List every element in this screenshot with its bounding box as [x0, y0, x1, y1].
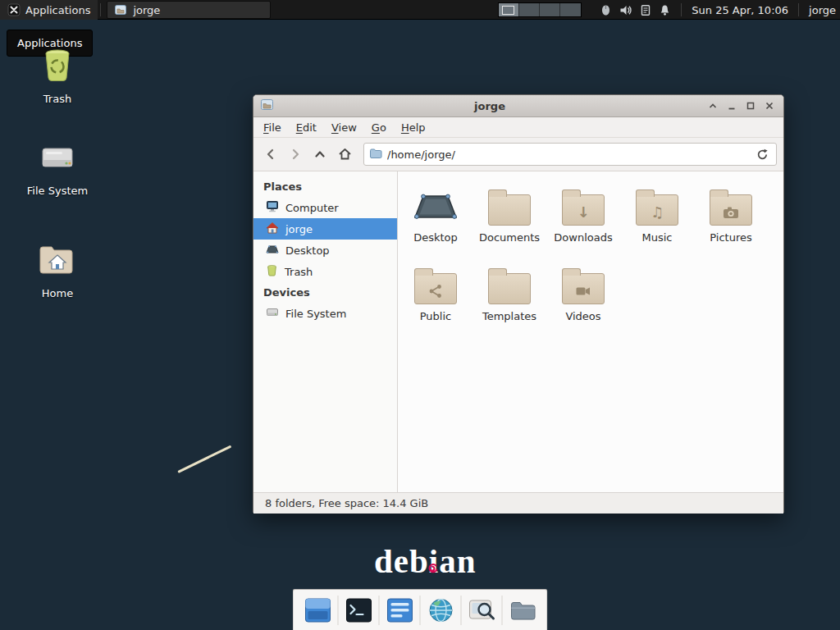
file-manager-window: jorge File Edit View Go Help	[253, 94, 784, 513]
dock-directory-menu-button[interactable]	[504, 592, 541, 628]
folder-item-music[interactable]: ♫ Music	[620, 183, 694, 262]
folder-item-downloads[interactable]: ↓ Downloads	[546, 183, 620, 262]
close-button[interactable]	[762, 98, 777, 113]
user-desktop-icon	[413, 185, 458, 229]
desktop-icon-home[interactable]: Home	[18, 242, 97, 299]
dock-separator	[461, 596, 462, 625]
applications-menu-button[interactable]: Applications	[0, 0, 98, 20]
session-username[interactable]: jorge	[809, 4, 836, 16]
dock-show-desktop-button[interactable]	[299, 592, 336, 628]
folder-icon	[488, 273, 531, 304]
sidebar-item-desktop[interactable]: Desktop	[253, 240, 397, 261]
workspace-1[interactable]	[499, 3, 519, 16]
titlebar[interactable]: jorge	[253, 95, 783, 117]
back-button[interactable]	[260, 144, 281, 165]
up-button[interactable]	[309, 144, 331, 165]
dock-separator	[379, 596, 380, 625]
folder-download-icon: ↓	[562, 194, 605, 226]
video-camera-emblem	[576, 285, 591, 297]
folder-item-documents[interactable]: Documents	[472, 183, 546, 262]
status-text: 8 folders, Free space: 14.4 GiB	[265, 497, 428, 509]
minimize-button[interactable]	[724, 98, 739, 113]
dock-terminal-button[interactable]	[340, 592, 377, 628]
desktop-icon-label: Trash	[43, 93, 71, 105]
sidebar-item-computer[interactable]: Computer	[253, 197, 397, 218]
computer-icon	[266, 200, 279, 215]
folder-icon	[488, 194, 531, 226]
menu-go[interactable]: Go	[365, 119, 393, 136]
dock-application-finder-button[interactable]	[463, 592, 500, 628]
camera-emblem	[723, 206, 739, 219]
workspace-3[interactable]	[540, 3, 560, 16]
menu-help[interactable]: Help	[395, 119, 432, 136]
forward-button[interactable]	[285, 144, 306, 165]
sidebar-item-file-system[interactable]: File System	[253, 303, 397, 324]
sidebar-item-trash[interactable]: Trash	[253, 261, 397, 282]
folder-item-public[interactable]: Public	[399, 262, 472, 340]
top-panel: Applications jorge	[0, 0, 840, 20]
sidebar-places-header: Places	[253, 176, 397, 197]
folder-label: Music	[642, 231, 673, 244]
sidebar-item-label: jorge	[285, 223, 313, 235]
menu-view[interactable]: View	[325, 119, 363, 136]
maximize-button[interactable]	[743, 98, 758, 113]
debian-text: debian	[374, 542, 477, 580]
desktop: Applications jorge	[0, 0, 840, 630]
bottom-dock	[293, 589, 548, 630]
file-manager-window-icon	[114, 3, 127, 16]
drive-mini-icon	[266, 307, 279, 320]
folder-view[interactable]: Desktop Documents ↓ Downloads ♫ Music	[398, 171, 783, 492]
dock-web-browser-button[interactable]	[422, 592, 459, 628]
directory-menu-folder-icon	[509, 598, 536, 623]
shade-button[interactable]	[705, 98, 720, 113]
debian-swirl-icon	[427, 543, 438, 582]
home-icon	[266, 221, 279, 236]
menu-file[interactable]: File	[257, 119, 288, 136]
sidebar-item-jorge[interactable]: jorge	[253, 218, 397, 240]
sidebar: Places Computer jorge Desktop Trash	[253, 171, 398, 492]
folder-item-desktop[interactable]: Desktop	[399, 183, 472, 262]
desktop-mini-icon	[266, 244, 279, 258]
folder-label: Public	[420, 310, 451, 322]
taskbar-button-label: jorge	[133, 4, 160, 16]
dock-separator	[502, 596, 503, 625]
drive-icon	[39, 139, 75, 178]
desktop-icon-file-system[interactable]: File System	[18, 139, 97, 197]
trash-mini-icon	[266, 264, 278, 279]
notifications-bell-icon[interactable]	[659, 4, 671, 16]
menu-edit[interactable]: Edit	[290, 119, 323, 136]
location-bar[interactable]	[363, 143, 777, 166]
workspace-switcher[interactable]	[498, 2, 582, 17]
file-manager-icon	[386, 597, 413, 623]
web-browser-globe-icon	[427, 597, 454, 623]
clock[interactable]: Sun 25 Apr, 10:06	[692, 4, 788, 16]
reload-button[interactable]	[753, 145, 771, 163]
desktop-icon-label: Home	[42, 287, 73, 299]
desktop-icon-label: File System	[27, 185, 88, 197]
workspace-2[interactable]	[519, 3, 540, 16]
folder-label: Desktop	[413, 231, 458, 244]
clipboard-tray-icon[interactable]	[640, 4, 651, 16]
application-finder-icon	[468, 597, 495, 623]
desktop-icon-trash[interactable]: Trash	[18, 46, 97, 105]
folder-item-pictures[interactable]: Pictures	[694, 183, 768, 262]
folder-item-videos[interactable]: Videos	[546, 262, 620, 340]
location-input[interactable]	[387, 148, 748, 161]
workspace-4[interactable]	[560, 3, 581, 16]
folder-item-templates[interactable]: Templates	[472, 262, 546, 340]
panel-separator	[681, 3, 682, 16]
volume-icon[interactable]	[619, 4, 632, 16]
folder-label: Videos	[565, 310, 600, 322]
dock-file-manager-button[interactable]	[381, 592, 418, 628]
toolbar	[253, 138, 783, 171]
statusbar: 8 folders, Free space: 14.4 GiB	[253, 492, 783, 514]
taskbar-button-jorge[interactable]: jorge	[107, 1, 271, 19]
folder-music-icon: ♫	[636, 194, 678, 226]
folder-publicshare-icon	[414, 273, 457, 304]
folder-label: Pictures	[710, 231, 751, 244]
folder-pictures-icon	[710, 194, 752, 226]
home-button[interactable]	[334, 144, 355, 165]
mouse-tray-icon[interactable]	[600, 4, 612, 16]
folder-videos-icon	[562, 273, 605, 304]
share-emblem	[428, 284, 443, 299]
